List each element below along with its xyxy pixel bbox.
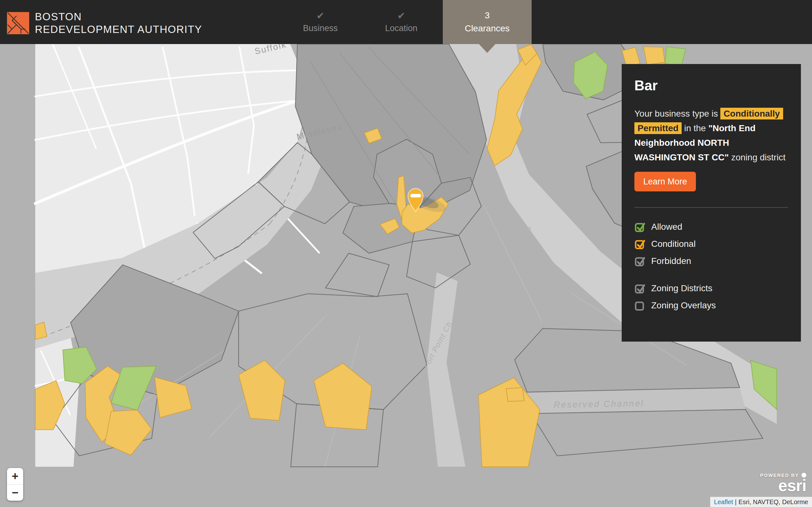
message-prefix: Your business type is xyxy=(635,109,718,118)
layer-label-zoning-districts: Zoning Districts xyxy=(651,283,712,293)
active-tab-pointer xyxy=(479,44,496,53)
layer-toggle-zoning-overlays[interactable]: Zoning Overlays xyxy=(635,297,788,314)
map-attribution: Leaflet|Esri, NAVTEQ, DeLorme xyxy=(710,497,812,507)
checkbox-checked-icon xyxy=(635,283,646,294)
business-type-title: Bar xyxy=(635,78,788,93)
layer-toggle-zoning-districts[interactable]: Zoning Districts xyxy=(635,280,788,297)
layer-label-zoning-overlays: Zoning Overlays xyxy=(651,300,716,311)
step-clearances-label: Clearances xyxy=(465,23,510,34)
learn-more-button[interactable]: Learn More xyxy=(635,172,696,191)
esri-brand-text: esri xyxy=(760,478,806,493)
step-location[interactable]: ✔ Location xyxy=(379,0,423,44)
map-zoom-control: + − xyxy=(7,468,23,501)
clearances-count: 3 xyxy=(485,10,490,20)
zoom-in-button[interactable]: + xyxy=(7,468,23,485)
legend-row-conditional[interactable]: Conditional xyxy=(635,235,788,252)
step-clearances-active-tab[interactable]: 3 Clearances xyxy=(443,0,531,44)
step-location-label: Location xyxy=(385,23,417,33)
check-icon: ✔ xyxy=(397,11,405,20)
label-reserved-channel: Reserved Channel xyxy=(554,398,644,410)
legend-label-forbidden: Forbidden xyxy=(651,256,691,266)
brand-line1: BOSTON xyxy=(35,10,202,23)
checkbox-checked-icon xyxy=(635,256,646,267)
attribution-credits: Esri, NAVTEQ, DeLorme xyxy=(739,498,808,505)
marker-minus-bar xyxy=(410,194,421,198)
legend-row-allowed[interactable]: Allowed xyxy=(635,218,788,235)
legend-row-forbidden[interactable]: Forbidden xyxy=(635,252,788,270)
brand-line2: REDEVELOPMENT AUTHORITY xyxy=(35,23,202,36)
clearance-result-panel: Bar Your business type is Conditionally … xyxy=(622,64,801,342)
checkbox-unchecked-icon xyxy=(635,300,646,311)
message-suffix: zoning district xyxy=(731,153,785,162)
checkbox-checked-icon xyxy=(635,238,646,250)
legend-label-allowed: Allowed xyxy=(651,222,682,232)
panel-divider xyxy=(635,207,788,208)
leaflet-link[interactable]: Leaflet xyxy=(714,498,733,505)
legend-label-conditional: Conditional xyxy=(651,239,696,249)
esri-logo: POWERED BY esri xyxy=(760,472,806,493)
bra-logo-icon xyxy=(7,12,29,34)
attribution-divider: | xyxy=(735,498,737,505)
layer-toggles: Zoning Districts Zoning Overlays xyxy=(635,280,788,314)
checkbox-checked-icon xyxy=(635,221,646,233)
brand-name: BOSTON REDEVELOPMENT AUTHORITY xyxy=(35,10,202,36)
top-header: BOSTON REDEVELOPMENT AUTHORITY ✔ Busines… xyxy=(0,0,812,44)
zoom-out-button[interactable]: − xyxy=(7,485,23,501)
clearance-message: Your business type is Conditionally Perm… xyxy=(635,107,788,165)
legend: Allowed Conditional Forbidden xyxy=(635,218,788,270)
app: Suffolk Middlesex Charles River Boston H… xyxy=(0,0,812,507)
brand: BOSTON REDEVELOPMENT AUTHORITY xyxy=(7,10,202,36)
message-middle: in the xyxy=(684,123,706,133)
step-business-label: Business xyxy=(303,23,338,33)
step-business[interactable]: ✔ Business xyxy=(298,0,343,44)
check-icon: ✔ xyxy=(316,11,324,20)
